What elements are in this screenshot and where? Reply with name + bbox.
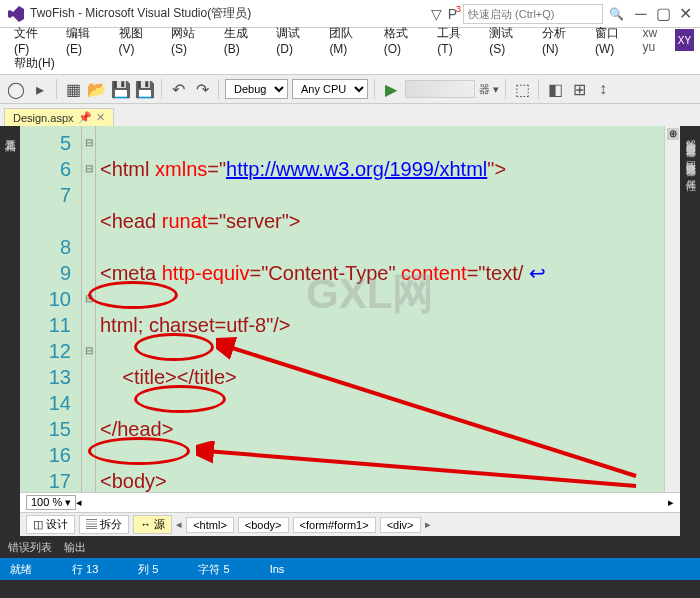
browser-dropdown[interactable] bbox=[405, 80, 475, 98]
tb-icon-4[interactable]: ↕ bbox=[593, 79, 613, 99]
status-line: 行 13 bbox=[72, 562, 98, 577]
menu-analyze[interactable]: 分析(N) bbox=[534, 23, 585, 58]
crumb-form[interactable]: <form#form1> bbox=[293, 517, 376, 533]
crumb-div[interactable]: <div> bbox=[380, 517, 421, 533]
menu-window[interactable]: 窗口(W) bbox=[587, 23, 640, 58]
menu-format[interactable]: 格式(O) bbox=[376, 23, 428, 58]
main: 工具箱 567 8910 111213 141516 1718 ⊟⊟ ⊟ ⊟ <… bbox=[0, 126, 700, 536]
search-icon[interactable]: 🔍 bbox=[609, 7, 624, 21]
start-debug-icon[interactable]: ▶ bbox=[381, 79, 401, 99]
statusbar: 就绪 行 13 列 5 字符 5 Ins bbox=[0, 558, 700, 580]
zoom-row: 100 % ▾ ◂ ▸ bbox=[20, 492, 680, 512]
menu-view[interactable]: 视图(V) bbox=[111, 23, 162, 58]
tab-close-icon[interactable]: ✕ bbox=[96, 111, 105, 124]
annotation-arrow bbox=[216, 336, 646, 486]
undo-icon[interactable]: ↶ bbox=[168, 79, 188, 99]
editor: 567 8910 111213 141516 1718 ⊟⊟ ⊟ ⊟ <html… bbox=[20, 126, 680, 536]
code-editor[interactable]: 567 8910 111213 141516 1718 ⊟⊟ ⊟ ⊟ <html… bbox=[20, 126, 680, 492]
hscroll-left-icon[interactable]: ◂ bbox=[76, 496, 82, 509]
nav-next-icon[interactable]: ▸ bbox=[425, 518, 431, 531]
tb-icon-1[interactable]: ⬚ bbox=[512, 79, 532, 99]
toolbar-text: 器 ▾ bbox=[479, 82, 499, 97]
hscroll-right-icon[interactable]: ▸ bbox=[668, 496, 674, 509]
config-dropdown[interactable]: Debug bbox=[225, 79, 288, 99]
menu-test[interactable]: 测试(S) bbox=[481, 23, 532, 58]
nav-back-icon[interactable]: ◯ bbox=[6, 79, 26, 99]
menubar: 文件(F) 编辑(E) 视图(V) 网站(S) 生成(B) 调试(D) 团队(M… bbox=[0, 28, 700, 52]
user-name[interactable]: xw yu bbox=[642, 26, 673, 54]
status-ins: Ins bbox=[270, 563, 285, 575]
right-sidebars[interactable]: 解决方案资源管理器 团队资源管理器 属性 bbox=[680, 126, 700, 536]
bottom-panel-tabs: 错误列表 输出 bbox=[0, 536, 700, 558]
split-icon[interactable]: ⊕ bbox=[667, 128, 679, 140]
maximize-button[interactable]: ▢ bbox=[656, 7, 670, 21]
minimize-button[interactable]: ─ bbox=[634, 7, 648, 21]
menu-help[interactable]: 帮助(H) bbox=[6, 53, 63, 74]
status-col: 列 5 bbox=[138, 562, 158, 577]
vs-logo-icon bbox=[8, 6, 24, 22]
window-title: TwoFish - Microsoft Visual Studio(管理员) bbox=[30, 5, 251, 22]
save-all-icon[interactable]: 💾 bbox=[135, 79, 155, 99]
crumb-body[interactable]: <body> bbox=[238, 517, 289, 533]
save-icon[interactable]: 💾 bbox=[111, 79, 131, 99]
menu-edit[interactable]: 编辑(E) bbox=[58, 23, 109, 58]
pin-icon[interactable]: 📌 bbox=[78, 111, 92, 124]
menu-build[interactable]: 生成(B) bbox=[216, 23, 267, 58]
view-source[interactable]: ↔ 源 bbox=[133, 515, 172, 534]
code-content[interactable]: <html xmlns="http://www.w3.org/1999/xhtm… bbox=[96, 126, 664, 492]
tab-output[interactable]: 输出 bbox=[64, 540, 86, 555]
view-split[interactable]: ▤ 拆分 bbox=[79, 515, 129, 534]
zoom-dropdown[interactable]: 100 % ▾ bbox=[26, 495, 76, 510]
toolbar: ◯ ▸ ▦ 📂 💾 💾 ↶ ↷ Debug Any CPU ▶ 器 ▾ ⬚ ◧ … bbox=[0, 74, 700, 104]
quick-launch-input[interactable] bbox=[463, 4, 603, 24]
nav-fwd-icon[interactable]: ▸ bbox=[30, 79, 50, 99]
tab-error-list[interactable]: 错误列表 bbox=[8, 540, 52, 555]
viewbar: ◫ 设计 ▤ 拆分 ↔ 源 ◂ <html> <body> <form#form… bbox=[20, 512, 680, 536]
nav-prev-icon[interactable]: ◂ bbox=[176, 518, 182, 531]
crumb-html[interactable]: <html> bbox=[186, 517, 234, 533]
menu-debug[interactable]: 调试(D) bbox=[268, 23, 319, 58]
view-design[interactable]: ◫ 设计 bbox=[26, 515, 75, 534]
tb-icon-3[interactable]: ⊞ bbox=[569, 79, 589, 99]
new-icon[interactable]: ▦ bbox=[63, 79, 83, 99]
redo-icon[interactable]: ↷ bbox=[192, 79, 212, 99]
tabstrip: Design.aspx 📌 ✕ bbox=[0, 104, 700, 126]
user-avatar[interactable]: XY bbox=[675, 29, 694, 51]
tb-icon-2[interactable]: ◧ bbox=[545, 79, 565, 99]
open-icon[interactable]: 📂 bbox=[87, 79, 107, 99]
status-char: 字符 5 bbox=[198, 562, 229, 577]
line-gutter: 567 8910 111213 141516 1718 bbox=[20, 126, 82, 492]
tab-design-aspx[interactable]: Design.aspx 📌 ✕ bbox=[4, 108, 114, 126]
notification-icon[interactable]: P3 bbox=[448, 6, 457, 22]
tab-label: Design.aspx bbox=[13, 112, 74, 124]
scrollbar[interactable]: ⊕ bbox=[664, 126, 680, 492]
menu-site[interactable]: 网站(S) bbox=[163, 23, 214, 58]
close-button[interactable]: ✕ bbox=[678, 7, 692, 21]
toolbox-sidebar[interactable]: 工具箱 bbox=[0, 126, 20, 536]
status-ready: 就绪 bbox=[10, 562, 32, 577]
flag-icon[interactable]: ▽ bbox=[431, 6, 442, 22]
menu-tools[interactable]: 工具(T) bbox=[429, 23, 479, 58]
platform-dropdown[interactable]: Any CPU bbox=[292, 79, 368, 99]
menu-team[interactable]: 团队(M) bbox=[321, 23, 373, 58]
fold-column[interactable]: ⊟⊟ ⊟ ⊟ bbox=[82, 126, 96, 492]
